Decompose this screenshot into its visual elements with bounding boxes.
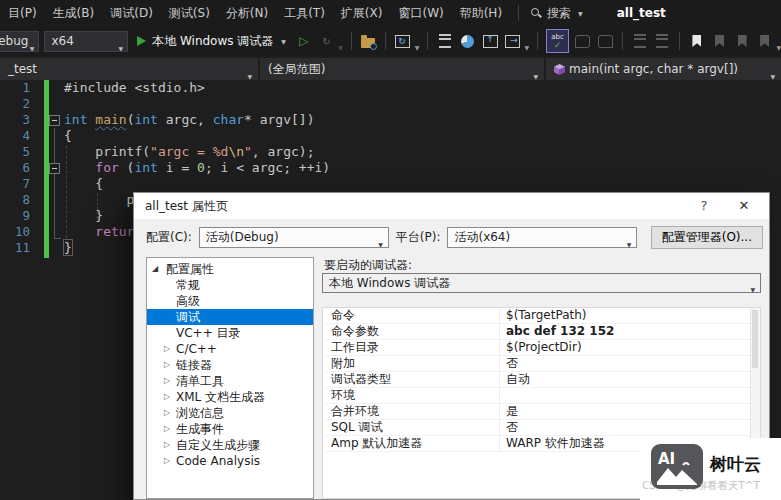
pie-chart-icon[interactable] (459, 31, 477, 51)
comment-icon[interactable] (574, 31, 592, 51)
tree-item-C/C++[interactable]: ▷C/C++ (147, 341, 313, 357)
next-bookmark-icon[interactable] (733, 31, 751, 51)
dialog-platform-combo[interactable]: 活动(x64)▼ (447, 227, 637, 248)
box-right-arrow-icon[interactable]: → (504, 31, 522, 51)
search-box[interactable]: 搜索 ▼ (527, 5, 587, 22)
tree-collapsed-icon[interactable]: ▷ (164, 389, 170, 405)
property-value[interactable]: 否 (500, 356, 760, 371)
code-line-9[interactable]: } (64, 208, 103, 224)
tree-item-高级[interactable]: 高级 (147, 293, 313, 309)
window-sync-icon[interactable]: ↻ (394, 31, 412, 51)
code-line-7[interactable]: { (64, 176, 103, 192)
menu-item-5[interactable]: 工具(T) (276, 0, 333, 26)
close-icon[interactable]: ✕ (729, 193, 759, 219)
tree-collapsed-icon[interactable]: ▷ (164, 341, 170, 357)
help-button[interactable]: ? (691, 193, 717, 219)
menu-item-4[interactable]: 分析(N) (218, 0, 276, 26)
code-line-1[interactable]: #include <stdio.h> (64, 80, 205, 96)
property-value[interactable]: $(ProjectDir) (500, 340, 760, 355)
abc-check-icon[interactable]: abc✓ (546, 29, 569, 53)
property-row-命令参数[interactable]: 命令参数abc def 132 152 (323, 324, 760, 340)
tree-item-VC++ 目录[interactable]: VC++ 目录 (147, 325, 313, 341)
menu-item-6[interactable]: 扩展(X) (333, 0, 391, 26)
property-row-SQL 调试[interactable]: SQL 调试否 (323, 420, 760, 436)
restart-button[interactable]: ↻ (318, 31, 336, 51)
folder-search-icon[interactable] (360, 31, 378, 51)
indent-decrease-icon[interactable] (631, 31, 649, 51)
tree-item-调试[interactable]: 调试 (147, 309, 313, 325)
property-row-工作目录[interactable]: 工作目录$(ProjectDir) (323, 340, 760, 356)
overflow-chevron-icon[interactable]: ▼ (524, 44, 529, 51)
property-row-附加[interactable]: 附加否 (323, 356, 760, 372)
menu-item-8[interactable]: 帮助(H) (452, 0, 510, 26)
property-value[interactable]: 自动 (500, 372, 760, 387)
member-dropdown[interactable]: main(int argc, char * argv[])▼ (546, 58, 781, 80)
configuration-combo[interactable]: Debug▼ (0, 31, 39, 52)
property-value[interactable] (500, 388, 760, 403)
fold-collapse-icon[interactable] (49, 115, 60, 126)
property-row-合并环境[interactable]: 合并环境是 (323, 404, 760, 420)
menu-item-0[interactable]: 目(P) (0, 0, 45, 26)
tree-collapsed-icon[interactable]: ▷ (164, 373, 170, 389)
tree-item-清单工具[interactable]: ▷清单工具 (147, 373, 313, 389)
code-line-6[interactable]: for (int i = 0; i < argc; ++i) (64, 160, 330, 176)
tree-item-常规[interactable]: 常规 (147, 277, 313, 293)
menu-item-1[interactable]: 生成(B) (45, 0, 103, 26)
code-line-5[interactable]: printf("argc = %d\n", argc); (64, 144, 314, 160)
property-row-环境[interactable]: 环境 (323, 388, 760, 404)
tree-collapsed-icon[interactable]: ▷ (164, 357, 170, 373)
tree-item-label: 链接器 (176, 357, 212, 373)
fold-collapse-icon[interactable] (49, 163, 60, 174)
property-row-调试器类型[interactable]: 调试器类型自动 (323, 372, 760, 388)
debugger-combo[interactable]: 本地 Windows 调试器▼ (322, 273, 761, 293)
tree-item-浏览信息[interactable]: ▷浏览信息 (147, 405, 313, 421)
start-debug-button[interactable]: 本地 Windows 调试器 ▼ (133, 33, 290, 50)
property-value[interactable]: abc def 132 152 (500, 324, 760, 339)
tree-expanded-icon[interactable]: ◢ (152, 261, 158, 277)
dialog-title-bar[interactable]: all_test 属性页 ? ✕ (134, 193, 769, 219)
property-row-命令[interactable]: 命令$(TargetPath) (323, 308, 760, 324)
start-without-debugging-button[interactable]: ▷ (295, 31, 313, 51)
property-tree[interactable]: ◢配置属性常规高级调试VC++ 目录▷C/C++▷链接器▷清单工具▷XML 文档… (146, 257, 314, 499)
overflow-chevron-icon[interactable]: ▼ (776, 44, 781, 51)
configuration-manager-button[interactable]: 配置管理器(O)... (651, 226, 763, 249)
tree-item-Code Analysis[interactable]: ▷Code Analysis (147, 453, 313, 469)
previous-bookmark-icon[interactable] (711, 31, 729, 51)
property-value[interactable]: $(TargetPath) (500, 308, 760, 323)
platform-combo[interactable]: x64▼ (44, 31, 128, 52)
property-value[interactable]: 否 (500, 420, 760, 435)
code-line-4[interactable]: { (64, 128, 72, 144)
tree-collapsed-icon[interactable]: ▷ (164, 437, 170, 453)
tree-item-生成事件[interactable]: ▷生成事件 (147, 421, 313, 437)
menu-item-7[interactable]: 窗口(W) (390, 0, 451, 26)
tree-collapsed-icon[interactable]: ▷ (164, 405, 170, 421)
box-up-arrow-icon[interactable]: ↑ (481, 31, 499, 51)
scope-dropdown[interactable]: (全局范围)▼ (260, 58, 544, 80)
overflow-chevron-icon[interactable]: ▼ (415, 44, 420, 51)
code-line-11[interactable]: } (64, 240, 72, 256)
property-name: 工作目录 (323, 340, 500, 355)
menu-item-2[interactable]: 调试(D) (102, 0, 161, 26)
code-line-3[interactable]: int main(int argc, char* argv[]) (64, 112, 315, 128)
line-number: 11 (0, 240, 30, 256)
list-icon[interactable] (436, 31, 454, 51)
watermark-box: CSDN @无聊看看天T^T AI 树叶云 (640, 438, 781, 500)
dialog-configuration-combo[interactable]: 活动(Debug)▼ (199, 227, 389, 248)
tree-item-链接器[interactable]: ▷链接器 (147, 357, 313, 373)
tree-item-自定义生成步骤[interactable]: ▷自定义生成步骤 (147, 437, 313, 453)
tree-item-配置属性[interactable]: ◢配置属性 (147, 261, 313, 277)
tree-collapsed-icon[interactable]: ▷ (164, 421, 170, 437)
chevron-down-icon: ▼ (378, 235, 383, 248)
clear-bookmarks-icon[interactable] (756, 31, 774, 51)
toolbar-separator (679, 32, 680, 50)
project-dropdown[interactable]: _test▼ (0, 58, 258, 80)
bookmark-icon[interactable] (688, 31, 706, 51)
indent-increase-icon[interactable] (654, 31, 672, 51)
search-icon (531, 8, 542, 19)
menu-item-3[interactable]: 测试(S) (161, 0, 218, 26)
property-value[interactable]: 是 (500, 404, 760, 419)
tree-item-XML 文档生成器[interactable]: ▷XML 文档生成器 (147, 389, 313, 405)
overflow-chevron-icon[interactable]: ▼ (338, 44, 343, 51)
tree-collapsed-icon[interactable]: ▷ (164, 453, 170, 469)
uncomment-icon[interactable] (597, 31, 615, 51)
